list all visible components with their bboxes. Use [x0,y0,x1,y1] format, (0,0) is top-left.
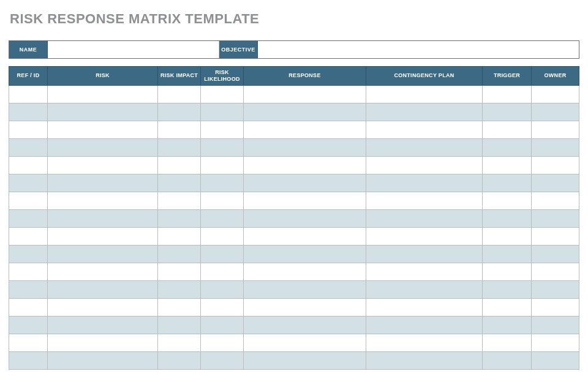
cell-impact[interactable] [158,156,201,174]
cell-ref[interactable] [9,245,48,263]
cell-impact[interactable] [158,351,201,369]
cell-response[interactable] [244,280,366,298]
cell-impact[interactable] [158,103,201,121]
cell-contingency[interactable] [366,174,483,192]
cell-trigger[interactable] [483,103,532,121]
cell-likelihood[interactable] [201,174,244,192]
cell-impact[interactable] [158,85,201,103]
cell-ref[interactable] [9,138,48,156]
cell-likelihood[interactable] [201,351,244,369]
cell-impact[interactable] [158,334,201,351]
cell-response[interactable] [244,121,366,138]
cell-owner[interactable] [532,351,579,369]
cell-likelihood[interactable] [201,85,244,103]
cell-owner[interactable] [532,174,579,192]
cell-impact[interactable] [158,245,201,263]
cell-trigger[interactable] [483,121,532,138]
cell-owner[interactable] [532,298,579,316]
cell-ref[interactable] [9,316,48,334]
cell-owner[interactable] [532,280,579,298]
cell-likelihood[interactable] [201,316,244,334]
cell-contingency[interactable] [366,298,483,316]
cell-likelihood[interactable] [201,263,244,280]
cell-ref[interactable] [9,209,48,227]
cell-ref[interactable] [9,227,48,245]
cell-impact[interactable] [158,192,201,209]
cell-response[interactable] [244,263,366,280]
cell-risk[interactable] [48,85,158,103]
cell-contingency[interactable] [366,138,483,156]
cell-contingency[interactable] [366,192,483,209]
cell-impact[interactable] [158,316,201,334]
cell-trigger[interactable] [483,334,532,351]
cell-likelihood[interactable] [201,192,244,209]
cell-likelihood[interactable] [201,334,244,351]
cell-ref[interactable] [9,298,48,316]
cell-likelihood[interactable] [201,227,244,245]
cell-contingency[interactable] [366,227,483,245]
cell-likelihood[interactable] [201,280,244,298]
cell-contingency[interactable] [366,334,483,351]
cell-trigger[interactable] [483,156,532,174]
cell-impact[interactable] [158,121,201,138]
cell-risk[interactable] [48,227,158,245]
cell-trigger[interactable] [483,192,532,209]
cell-response[interactable] [244,298,366,316]
cell-ref[interactable] [9,351,48,369]
cell-owner[interactable] [532,156,579,174]
cell-owner[interactable] [532,192,579,209]
cell-risk[interactable] [48,334,158,351]
cell-risk[interactable] [48,138,158,156]
cell-owner[interactable] [532,209,579,227]
cell-risk[interactable] [48,298,158,316]
cell-trigger[interactable] [483,138,532,156]
name-input[interactable] [48,41,219,58]
cell-contingency[interactable] [366,245,483,263]
cell-contingency[interactable] [366,351,483,369]
cell-risk[interactable] [48,174,158,192]
cell-trigger[interactable] [483,280,532,298]
cell-contingency[interactable] [366,263,483,280]
cell-likelihood[interactable] [201,245,244,263]
cell-risk[interactable] [48,209,158,227]
cell-trigger[interactable] [483,298,532,316]
cell-trigger[interactable] [483,263,532,280]
objective-input[interactable] [258,41,579,58]
cell-risk[interactable] [48,192,158,209]
cell-response[interactable] [244,245,366,263]
cell-response[interactable] [244,334,366,351]
cell-risk[interactable] [48,263,158,280]
cell-trigger[interactable] [483,227,532,245]
cell-owner[interactable] [532,263,579,280]
cell-risk[interactable] [48,245,158,263]
cell-impact[interactable] [158,298,201,316]
cell-impact[interactable] [158,263,201,280]
cell-ref[interactable] [9,174,48,192]
cell-response[interactable] [244,103,366,121]
cell-impact[interactable] [158,138,201,156]
cell-likelihood[interactable] [201,138,244,156]
cell-impact[interactable] [158,209,201,227]
cell-response[interactable] [244,138,366,156]
cell-owner[interactable] [532,227,579,245]
cell-response[interactable] [244,174,366,192]
cell-contingency[interactable] [366,280,483,298]
cell-owner[interactable] [532,85,579,103]
cell-risk[interactable] [48,121,158,138]
cell-risk[interactable] [48,156,158,174]
cell-response[interactable] [244,192,366,209]
cell-ref[interactable] [9,85,48,103]
cell-contingency[interactable] [366,121,483,138]
cell-response[interactable] [244,156,366,174]
cell-trigger[interactable] [483,209,532,227]
cell-risk[interactable] [48,316,158,334]
cell-ref[interactable] [9,156,48,174]
cell-likelihood[interactable] [201,121,244,138]
cell-response[interactable] [244,227,366,245]
cell-trigger[interactable] [483,316,532,334]
cell-ref[interactable] [9,263,48,280]
cell-response[interactable] [244,85,366,103]
cell-owner[interactable] [532,103,579,121]
cell-trigger[interactable] [483,351,532,369]
cell-owner[interactable] [532,245,579,263]
